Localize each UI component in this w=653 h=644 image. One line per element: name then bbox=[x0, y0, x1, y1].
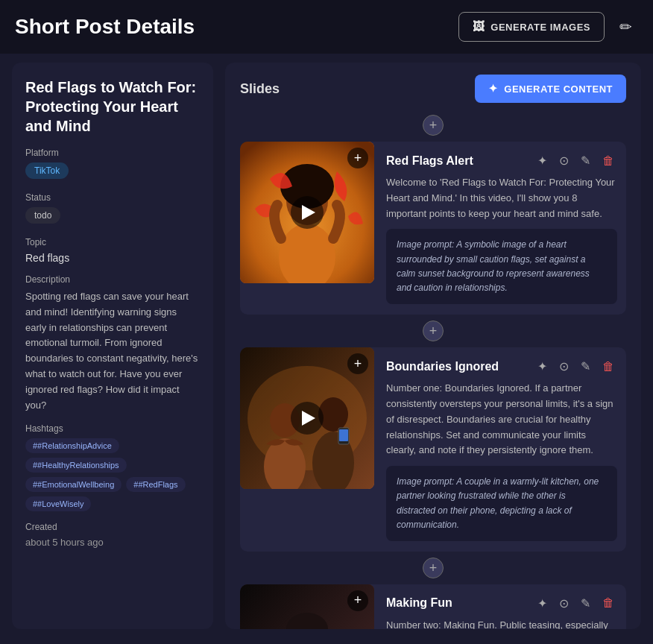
slide-image-add-button-2[interactable]: + bbox=[347, 353, 368, 374]
slide-header-1: Red Flags Alert ✦ ⊙ ✎ 🗑 bbox=[386, 152, 617, 169]
add-between-top: + bbox=[240, 115, 626, 136]
sidebar-post-title: Red Flags to Watch For: Protecting Your … bbox=[25, 78, 200, 136]
generate-content-button[interactable]: ✦ GENERATE CONTENT bbox=[475, 75, 626, 103]
sparkle-icon: ✦ bbox=[488, 82, 499, 95]
hashtag-item: ##RedFlags bbox=[126, 477, 185, 492]
slide-enhance-button-3[interactable]: ✦ bbox=[534, 595, 550, 612]
play-icon-1 bbox=[302, 205, 315, 220]
slide-card-1: + Red Flags Alert ✦ ⊙ ✎ 🗑 Welcome to 'Re… bbox=[240, 142, 626, 315]
slide-edit-button-3[interactable]: ✎ bbox=[578, 595, 593, 612]
hashtags-container: ##RelationshipAdvice ##HealthyRelationsh… bbox=[25, 438, 200, 511]
add-slide-bottom-button[interactable]: + bbox=[423, 558, 444, 578]
created-time: about 5 hours ago bbox=[25, 537, 200, 548]
slide-delete-button-2[interactable]: 🗑 bbox=[599, 359, 617, 375]
slide-title-2: Boundaries Ignored bbox=[386, 360, 529, 373]
hashtag-item: ##EmotionalWellbeing bbox=[25, 477, 122, 492]
slide-enhance-button-1[interactable]: ✦ bbox=[534, 152, 550, 169]
play-button-1[interactable] bbox=[291, 196, 324, 229]
slide-content-3: Making Fun ✦ ⊙ ✎ 🗑 Number two: Making Fu… bbox=[386, 584, 626, 629]
slide-image-add-button-3[interactable]: + bbox=[347, 590, 368, 611]
slide-people-button-3[interactable]: ⊙ bbox=[556, 595, 572, 612]
topic-label: Topic bbox=[25, 237, 200, 247]
slide-content-2: Boundaries Ignored ✦ ⊙ ✎ 🗑 Number one: B… bbox=[386, 347, 626, 552]
slide-card-3: + Making Fun ✦ ⊙ ✎ 🗑 Number two: Making … bbox=[240, 584, 626, 629]
slide-image-prompt-1: Image prompt: A symbolic image of a hear… bbox=[386, 229, 617, 304]
add-between-1-2: + bbox=[240, 321, 626, 341]
hashtag-item: ##LoveWisely bbox=[25, 496, 91, 511]
add-slide-top-button[interactable]: + bbox=[423, 115, 444, 136]
slide-image-1: + bbox=[240, 142, 374, 283]
slide-image-add-button-1[interactable]: + bbox=[347, 148, 368, 168]
description-text: Spotting red flags can save your heart a… bbox=[25, 289, 200, 413]
description-label: Description bbox=[25, 274, 200, 285]
slide-delete-button-3[interactable]: 🗑 bbox=[599, 595, 617, 611]
platform-tag: TikTok bbox=[25, 162, 69, 179]
add-between-2-3: + bbox=[240, 558, 626, 578]
slide-title-3: Making Fun bbox=[386, 596, 529, 610]
created-label: Created bbox=[25, 522, 200, 532]
edit-button[interactable]: ✏ bbox=[613, 12, 638, 42]
hashtag-item: ##HealthyRelationships bbox=[25, 458, 127, 473]
generate-images-label: GENERATE IMAGES bbox=[490, 22, 590, 33]
slide-edit-button-2[interactable]: ✎ bbox=[578, 358, 593, 375]
slide-image-prompt-2: Image prompt: A couple in a warmly-lit k… bbox=[386, 466, 617, 541]
play-button-2[interactable] bbox=[291, 402, 324, 435]
image-icon: 🖼 bbox=[473, 20, 485, 34]
topic-value: Red flags bbox=[25, 252, 200, 264]
content-panel: Slides ✦ GENERATE CONTENT + bbox=[225, 63, 641, 629]
slides-title: Slides bbox=[240, 81, 280, 97]
status-label: Status bbox=[25, 192, 200, 203]
slide-header-3: Making Fun ✦ ⊙ ✎ 🗑 bbox=[386, 595, 617, 612]
sidebar: Red Flags to Watch For: Protecting Your … bbox=[12, 63, 213, 629]
main-layout: Red Flags to Watch For: Protecting Your … bbox=[0, 54, 653, 638]
hashtags-label: Hashtags bbox=[25, 423, 200, 434]
play-icon-2 bbox=[302, 411, 315, 426]
generate-images-button[interactable]: 🖼 GENERATE IMAGES bbox=[458, 12, 605, 42]
slide-header-2: Boundaries Ignored ✦ ⊙ ✎ 🗑 bbox=[386, 358, 617, 375]
slide-people-button-1[interactable]: ⊙ bbox=[556, 152, 572, 169]
slide-people-button-2[interactable]: ⊙ bbox=[556, 358, 572, 375]
slide-image-2: + bbox=[240, 347, 374, 489]
add-slide-middle-button[interactable]: + bbox=[423, 321, 444, 341]
svg-rect-11 bbox=[339, 429, 348, 441]
page-title: Short Post Details bbox=[15, 15, 195, 39]
slide-edit-button-1[interactable]: ✎ bbox=[578, 152, 593, 169]
header-actions: 🖼 GENERATE IMAGES ✏ bbox=[458, 12, 638, 42]
hashtag-item: ##RelationshipAdvice bbox=[25, 438, 119, 453]
slide-description-2: Number one: Boundaries Ignored. If a par… bbox=[386, 381, 617, 458]
platform-label: Platform bbox=[25, 148, 200, 158]
slide-image-3: + bbox=[240, 584, 374, 629]
slide-content-1: Red Flags Alert ✦ ⊙ ✎ 🗑 Welcome to 'Red … bbox=[386, 142, 626, 315]
slide-enhance-button-2[interactable]: ✦ bbox=[534, 358, 550, 375]
page-header: Short Post Details 🖼 GENERATE IMAGES ✏ bbox=[0, 0, 653, 54]
status-tag: todo bbox=[25, 207, 60, 224]
slide-delete-button-1[interactable]: 🗑 bbox=[599, 153, 617, 169]
edit-icon: ✏ bbox=[619, 19, 632, 35]
generate-content-label: GENERATE CONTENT bbox=[504, 83, 613, 95]
content-panel-header: Slides ✦ GENERATE CONTENT bbox=[240, 75, 626, 103]
slide-card-2: + Boundaries Ignored ✦ ⊙ ✎ 🗑 Number one:… bbox=[240, 347, 626, 552]
slide-description-1: Welcome to 'Red Flags to Watch For: Prot… bbox=[386, 175, 617, 221]
slide-title-1: Red Flags Alert bbox=[386, 154, 529, 168]
slide-description-3: Number two: Making Fun. Public teasing, … bbox=[386, 618, 617, 629]
